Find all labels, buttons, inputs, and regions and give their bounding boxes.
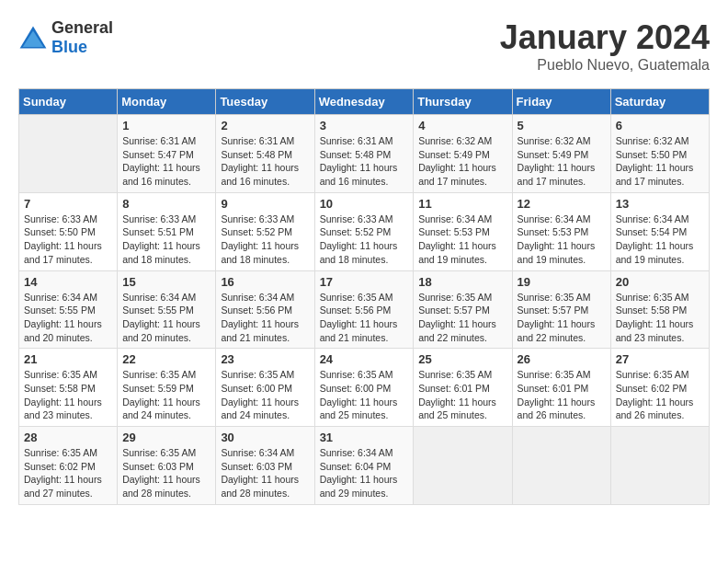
day-cell: 31Sunrise: 6:34 AM Sunset: 6:04 PM Dayli…: [314, 427, 414, 505]
day-number: 2: [221, 119, 309, 132]
day-cell: 17Sunrise: 6:35 AM Sunset: 5:56 PM Dayli…: [314, 270, 414, 349]
week-row-1: 7Sunrise: 6:33 AM Sunset: 5:50 PM Daylig…: [19, 192, 710, 270]
day-info: Sunrise: 6:34 AM Sunset: 5:54 PM Dayligh…: [616, 213, 704, 267]
day-info: Sunrise: 6:33 AM Sunset: 5:52 PM Dayligh…: [221, 213, 309, 267]
subtitle: Pueblo Nuevo, Guatemala: [500, 57, 710, 74]
day-cell: 21Sunrise: 6:35 AM Sunset: 5:58 PM Dayli…: [19, 349, 118, 427]
day-info: Sunrise: 6:35 AM Sunset: 5:58 PM Dayligh…: [24, 368, 112, 422]
day-number: 17: [320, 275, 409, 289]
day-number: 27: [616, 352, 704, 366]
day-cell: 1Sunrise: 6:31 AM Sunset: 5:47 PM Daylig…: [118, 115, 216, 193]
day-cell: 4Sunrise: 6:32 AM Sunset: 5:49 PM Daylig…: [414, 115, 512, 193]
day-info: Sunrise: 6:35 AM Sunset: 5:58 PM Dayligh…: [616, 291, 704, 345]
week-row-0: 1Sunrise: 6:31 AM Sunset: 5:47 PM Daylig…: [19, 115, 710, 193]
day-info: Sunrise: 6:35 AM Sunset: 6:00 PM Dayligh…: [221, 368, 309, 422]
day-info: Sunrise: 6:34 AM Sunset: 5:56 PM Dayligh…: [221, 291, 309, 345]
day-number: 15: [122, 275, 210, 289]
header-cell-sunday: Sunday: [19, 89, 118, 115]
day-cell: 5Sunrise: 6:32 AM Sunset: 5:49 PM Daylig…: [512, 115, 610, 193]
day-info: Sunrise: 6:35 AM Sunset: 6:00 PM Dayligh…: [320, 368, 409, 422]
day-cell: 10Sunrise: 6:33 AM Sunset: 5:52 PM Dayli…: [314, 192, 414, 270]
day-number: 20: [616, 275, 704, 289]
header-row: SundayMondayTuesdayWednesdayThursdayFrid…: [19, 89, 710, 115]
day-cell: 28Sunrise: 6:35 AM Sunset: 6:02 PM Dayli…: [19, 427, 118, 505]
logo-general: General: [51, 18, 113, 37]
day-info: Sunrise: 6:35 AM Sunset: 6:01 PM Dayligh…: [418, 368, 506, 422]
day-number: 23: [221, 352, 309, 366]
header-cell-saturday: Saturday: [610, 89, 709, 115]
header-cell-wednesday: Wednesday: [314, 89, 414, 115]
logo-blue: Blue: [51, 38, 87, 56]
day-info: Sunrise: 6:34 AM Sunset: 5:53 PM Dayligh…: [418, 213, 506, 267]
week-row-3: 21Sunrise: 6:35 AM Sunset: 5:58 PM Dayli…: [19, 349, 710, 427]
day-cell: [19, 115, 118, 193]
day-number: 9: [221, 197, 309, 211]
day-info: Sunrise: 6:34 AM Sunset: 5:55 PM Dayligh…: [122, 291, 210, 345]
day-number: 19: [518, 275, 606, 289]
day-number: 3: [320, 119, 409, 132]
day-number: 6: [616, 119, 704, 132]
day-cell: 26Sunrise: 6:35 AM Sunset: 6:01 PM Dayli…: [512, 349, 610, 427]
week-row-2: 14Sunrise: 6:34 AM Sunset: 5:55 PM Dayli…: [19, 270, 710, 349]
day-info: Sunrise: 6:33 AM Sunset: 5:52 PM Dayligh…: [320, 213, 409, 267]
day-number: 11: [418, 197, 506, 211]
day-info: Sunrise: 6:32 AM Sunset: 5:49 PM Dayligh…: [518, 134, 606, 189]
day-cell: 14Sunrise: 6:34 AM Sunset: 5:55 PM Dayli…: [19, 270, 118, 349]
day-cell: 15Sunrise: 6:34 AM Sunset: 5:55 PM Dayli…: [118, 270, 216, 349]
day-info: Sunrise: 6:35 AM Sunset: 5:57 PM Dayligh…: [518, 291, 606, 345]
logo: General Blue: [18, 18, 113, 57]
day-info: Sunrise: 6:33 AM Sunset: 5:50 PM Dayligh…: [24, 213, 112, 267]
day-cell: 8Sunrise: 6:33 AM Sunset: 5:51 PM Daylig…: [118, 192, 216, 270]
day-info: Sunrise: 6:34 AM Sunset: 6:03 PM Dayligh…: [221, 446, 309, 500]
day-info: Sunrise: 6:33 AM Sunset: 5:51 PM Dayligh…: [122, 213, 210, 267]
day-number: 8: [122, 197, 210, 211]
day-number: 12: [518, 197, 606, 211]
header-cell-monday: Monday: [118, 89, 216, 115]
day-info: Sunrise: 6:35 AM Sunset: 5:59 PM Dayligh…: [122, 368, 210, 422]
day-cell: 12Sunrise: 6:34 AM Sunset: 5:53 PM Dayli…: [512, 192, 610, 270]
day-info: Sunrise: 6:34 AM Sunset: 5:53 PM Dayligh…: [518, 213, 606, 267]
day-cell: 6Sunrise: 6:32 AM Sunset: 5:50 PM Daylig…: [610, 115, 709, 193]
logo-icon: [18, 25, 48, 51]
day-number: 24: [320, 352, 409, 366]
day-info: Sunrise: 6:31 AM Sunset: 5:48 PM Dayligh…: [221, 134, 309, 189]
day-number: 7: [24, 197, 112, 211]
day-number: 26: [518, 352, 606, 366]
day-number: 14: [24, 275, 112, 289]
day-info: Sunrise: 6:35 AM Sunset: 5:57 PM Dayligh…: [418, 291, 506, 345]
day-number: 28: [24, 431, 112, 444]
title-area: January 2024 Pueblo Nuevo, Guatemala: [500, 18, 710, 74]
day-number: 25: [418, 352, 506, 366]
day-cell: [414, 427, 512, 505]
day-info: Sunrise: 6:35 AM Sunset: 6:02 PM Dayligh…: [616, 368, 704, 422]
calendar-table: SundayMondayTuesdayWednesdayThursdayFrid…: [18, 88, 710, 505]
day-cell: 25Sunrise: 6:35 AM Sunset: 6:01 PM Dayli…: [414, 349, 512, 427]
day-cell: 7Sunrise: 6:33 AM Sunset: 5:50 PM Daylig…: [19, 192, 118, 270]
day-cell: 18Sunrise: 6:35 AM Sunset: 5:57 PM Dayli…: [414, 270, 512, 349]
header: General Blue January 2024 Pueblo Nuevo, …: [18, 18, 710, 74]
day-number: 1: [122, 119, 210, 132]
day-info: Sunrise: 6:34 AM Sunset: 6:04 PM Dayligh…: [320, 446, 409, 500]
day-cell: 23Sunrise: 6:35 AM Sunset: 6:00 PM Dayli…: [216, 349, 314, 427]
day-cell: 11Sunrise: 6:34 AM Sunset: 5:53 PM Dayli…: [414, 192, 512, 270]
day-number: 22: [122, 352, 210, 366]
day-cell: [610, 427, 709, 505]
day-number: 16: [221, 275, 309, 289]
header-cell-friday: Friday: [512, 89, 610, 115]
day-cell: 24Sunrise: 6:35 AM Sunset: 6:00 PM Dayli…: [314, 349, 414, 427]
week-row-4: 28Sunrise: 6:35 AM Sunset: 6:02 PM Dayli…: [19, 427, 710, 505]
day-cell: 16Sunrise: 6:34 AM Sunset: 5:56 PM Dayli…: [216, 270, 314, 349]
day-cell: 27Sunrise: 6:35 AM Sunset: 6:02 PM Dayli…: [610, 349, 709, 427]
day-info: Sunrise: 6:32 AM Sunset: 5:49 PM Dayligh…: [418, 134, 506, 189]
day-number: 18: [418, 275, 506, 289]
day-cell: 19Sunrise: 6:35 AM Sunset: 5:57 PM Dayli…: [512, 270, 610, 349]
day-number: 10: [320, 197, 409, 211]
day-number: 4: [418, 119, 506, 132]
day-info: Sunrise: 6:31 AM Sunset: 5:48 PM Dayligh…: [320, 134, 409, 189]
day-number: 29: [122, 431, 210, 444]
day-info: Sunrise: 6:32 AM Sunset: 5:50 PM Dayligh…: [616, 134, 704, 189]
header-cell-tuesday: Tuesday: [216, 89, 314, 115]
logo-text: General Blue: [51, 18, 113, 57]
day-number: 21: [24, 352, 112, 366]
day-info: Sunrise: 6:31 AM Sunset: 5:47 PM Dayligh…: [122, 134, 210, 189]
